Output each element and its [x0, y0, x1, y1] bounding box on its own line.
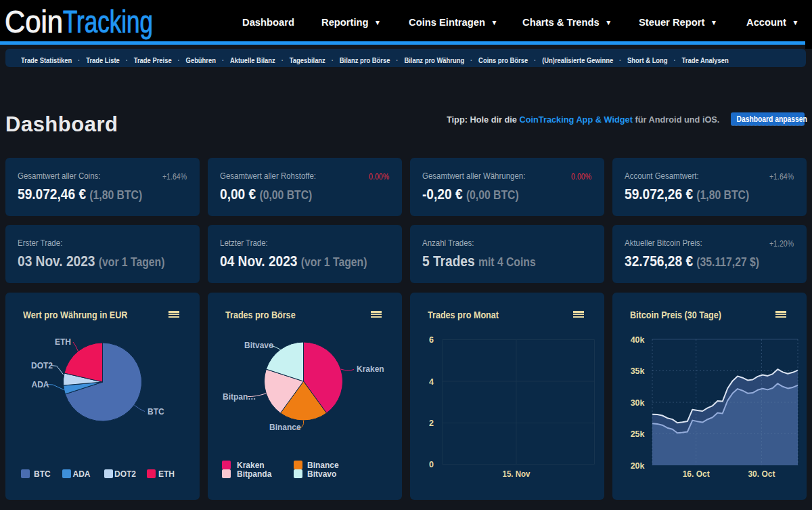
svg-text:6: 6: [429, 335, 434, 345]
svg-text:Binance: Binance: [307, 461, 339, 470]
svg-text:Bitpan…: Bitpan…: [223, 392, 256, 402]
svg-text:Kraken: Kraken: [237, 461, 265, 470]
svg-text:Binance: Binance: [269, 423, 301, 432]
svg-text:40k: 40k: [631, 335, 645, 345]
svg-text:ADA: ADA: [73, 469, 91, 479]
svg-text:25k: 25k: [631, 429, 645, 439]
svg-text:30k: 30k: [631, 398, 645, 408]
svg-text:ETH: ETH: [55, 337, 71, 347]
svg-text:ETH: ETH: [158, 469, 175, 479]
svg-text:ADA: ADA: [32, 380, 49, 389]
svg-text:35k: 35k: [631, 366, 645, 376]
svg-text:15. Nov: 15. Nov: [503, 469, 531, 478]
svg-text:20k: 20k: [631, 461, 645, 471]
svg-text:Bitpanda: Bitpanda: [237, 469, 272, 479]
svg-text:Bitvavo: Bitvavo: [307, 469, 336, 479]
svg-text:DOT2: DOT2: [114, 469, 136, 479]
svg-text:DOT2: DOT2: [31, 361, 53, 370]
svg-text:Coin: Coin: [5, 4, 63, 39]
svg-text:Kraken: Kraken: [357, 364, 384, 374]
svg-text:16. Oct: 16. Oct: [683, 469, 710, 479]
svg-text:30. Oct: 30. Oct: [748, 469, 775, 479]
svg-text:Bitvavo: Bitvavo: [244, 341, 273, 350]
svg-text:BTC: BTC: [148, 407, 164, 417]
svg-text:0: 0: [429, 460, 434, 469]
svg-text:Tracking: Tracking: [63, 4, 153, 39]
svg-text:2: 2: [429, 419, 434, 428]
svg-text:BTC: BTC: [34, 469, 51, 479]
svg-text:4: 4: [429, 377, 434, 387]
